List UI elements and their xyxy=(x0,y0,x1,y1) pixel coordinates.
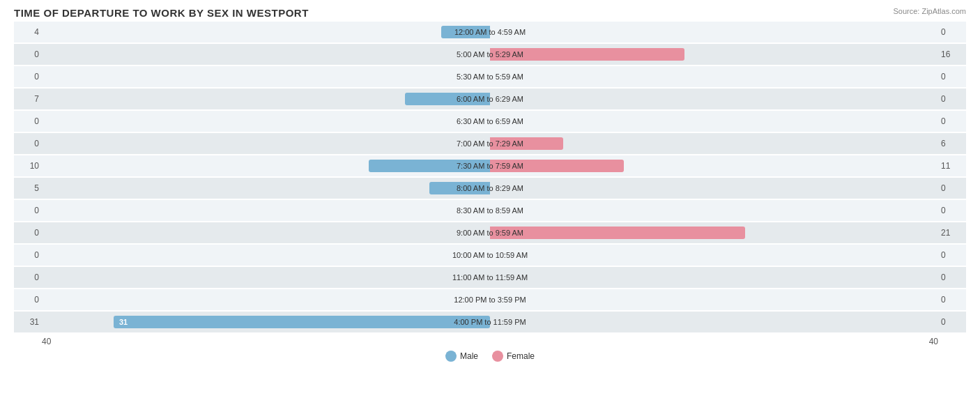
x-axis-left: 40 xyxy=(42,337,51,346)
female-value: 0 xyxy=(938,250,966,260)
x-axis: 40 40 xyxy=(14,334,966,346)
chart-row: 314:00 PM to 11:59 PM310 xyxy=(14,312,966,332)
time-label: 9:00 AM to 9:59 AM xyxy=(457,229,523,237)
male-value: 0 xyxy=(14,228,42,238)
female-bar xyxy=(490,227,745,239)
bars-center: 12:00 PM to 3:59 PM xyxy=(42,289,938,310)
male-value: 0 xyxy=(14,116,42,126)
chart-row: 76:00 AM to 6:29 AM0 xyxy=(14,89,966,109)
source-label: Source: ZipAtlas.com xyxy=(893,7,966,15)
time-label: 12:00 PM to 3:59 PM xyxy=(454,296,526,304)
female-value: 0 xyxy=(938,27,966,37)
female-label: Female xyxy=(507,351,535,361)
female-swatch xyxy=(492,351,503,362)
female-value: 0 xyxy=(938,273,966,282)
bars-center: 7:30 AM to 7:59 AM xyxy=(42,155,938,176)
time-label: 4:00 PM to 11:59 PM xyxy=(454,318,526,326)
chart-row: 05:00 AM to 5:29 AM16 xyxy=(14,44,966,65)
chart-row: 05:30 AM to 5:59 AM0 xyxy=(14,66,966,87)
chart-row: 08:30 AM to 8:59 AM0 xyxy=(14,200,966,221)
bars-center: 6:30 AM to 6:59 AM xyxy=(42,111,938,132)
female-value: 6 xyxy=(938,139,966,148)
bars-center: 8:00 AM to 8:29 AM xyxy=(42,178,938,199)
time-label: 8:00 AM to 8:29 AM xyxy=(457,184,523,192)
male-value: 0 xyxy=(14,206,42,215)
time-label: 8:30 AM to 8:59 AM xyxy=(457,206,523,215)
bars-center: 7:00 AM to 7:29 AM xyxy=(42,133,938,154)
female-value: 0 xyxy=(938,295,966,305)
male-value: 0 xyxy=(14,49,42,59)
time-label: 5:00 AM to 5:29 AM xyxy=(457,50,523,59)
bars-center: 8:30 AM to 8:59 AM xyxy=(42,200,938,221)
bars-center: 10:00 AM to 10:59 AM xyxy=(42,245,938,266)
male-value: 0 xyxy=(14,295,42,305)
male-value: 10 xyxy=(14,161,42,171)
male-label: Male xyxy=(460,351,478,361)
bars-center: 6:00 AM to 6:29 AM xyxy=(42,89,938,109)
female-value: 21 xyxy=(938,228,966,238)
male-value: 0 xyxy=(14,72,42,82)
legend-female: Female xyxy=(492,351,535,362)
male-value: 0 xyxy=(14,273,42,282)
female-value: 0 xyxy=(938,183,966,193)
bars-center: 9:00 AM to 9:59 AM xyxy=(42,222,938,243)
female-value: 0 xyxy=(938,116,966,126)
time-label: 10:00 AM to 10:59 AM xyxy=(452,251,528,259)
time-label: 12:00 AM to 4:59 AM xyxy=(454,28,526,36)
bars-center: 4:00 PM to 11:59 PM31 xyxy=(42,312,938,332)
chart-container: TIME OF DEPARTURE TO WORK BY SEX IN WEST… xyxy=(0,0,980,414)
male-bar: 31 xyxy=(114,316,490,328)
bars-center: 12:00 AM to 4:59 AM xyxy=(42,22,938,43)
time-label: 5:30 AM to 5:59 AM xyxy=(457,72,523,81)
time-label: 6:00 AM to 6:29 AM xyxy=(457,95,523,103)
female-value: 0 xyxy=(938,94,966,104)
x-axis-right: 40 xyxy=(929,337,938,346)
male-value: 7 xyxy=(14,94,42,104)
male-value: 31 xyxy=(14,317,42,327)
bars-center: 11:00 AM to 11:59 AM xyxy=(42,267,938,288)
male-value: 5 xyxy=(14,183,42,193)
chart-row: 58:00 AM to 8:29 AM0 xyxy=(14,178,966,199)
legend: Male Female xyxy=(14,351,966,362)
time-label: 7:30 AM to 7:59 AM xyxy=(457,162,523,170)
female-value: 0 xyxy=(938,72,966,82)
time-label: 7:00 AM to 7:29 AM xyxy=(457,139,523,148)
chart-row: 010:00 AM to 10:59 AM0 xyxy=(14,245,966,266)
female-value: 0 xyxy=(938,206,966,215)
legend-male: Male xyxy=(445,351,478,362)
chart-row: 09:00 AM to 9:59 AM21 xyxy=(14,222,966,243)
male-value: 4 xyxy=(14,27,42,37)
chart-row: 107:30 AM to 7:59 AM11 xyxy=(14,155,966,176)
chart-row: 07:00 AM to 7:29 AM6 xyxy=(14,133,966,154)
chart-row: 412:00 AM to 4:59 AM0 xyxy=(14,22,966,43)
bars-center: 5:00 AM to 5:29 AM xyxy=(42,44,938,65)
time-label: 11:00 AM to 11:59 AM xyxy=(452,273,528,282)
male-value: 0 xyxy=(14,139,42,148)
chart-row: 011:00 AM to 11:59 AM0 xyxy=(14,267,966,288)
female-value: 0 xyxy=(938,317,966,327)
chart-area: 412:00 AM to 4:59 AM005:00 AM to 5:29 AM… xyxy=(14,22,966,332)
chart-row: 06:30 AM to 6:59 AM0 xyxy=(14,111,966,132)
male-swatch xyxy=(445,351,457,362)
chart-title: TIME OF DEPARTURE TO WORK BY SEX IN WEST… xyxy=(14,7,966,19)
time-label: 6:30 AM to 6:59 AM xyxy=(457,117,523,125)
chart-row: 012:00 PM to 3:59 PM0 xyxy=(14,289,966,310)
male-value: 0 xyxy=(14,250,42,260)
bars-center: 5:30 AM to 5:59 AM xyxy=(42,66,938,87)
female-value: 16 xyxy=(938,49,966,59)
female-value: 11 xyxy=(938,161,966,171)
